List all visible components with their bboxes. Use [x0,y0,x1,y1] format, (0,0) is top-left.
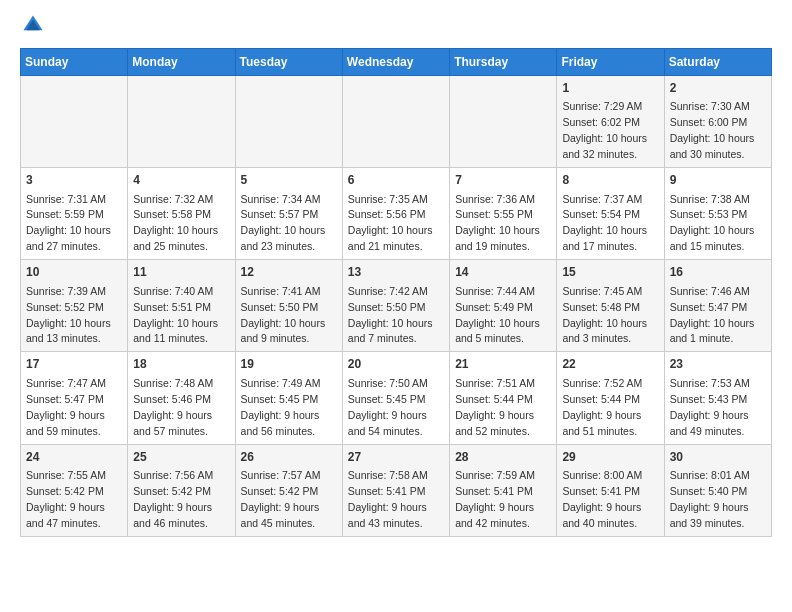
calendar-cell: 29Sunrise: 8:00 AMSunset: 5:41 PMDayligh… [557,444,664,536]
calendar-cell: 30Sunrise: 8:01 AMSunset: 5:40 PMDayligh… [664,444,771,536]
calendar-cell: 2Sunrise: 7:30 AMSunset: 6:00 PMDaylight… [664,76,771,168]
calendar-cell: 25Sunrise: 7:56 AMSunset: 5:42 PMDayligh… [128,444,235,536]
day-info: Sunrise: 7:44 AMSunset: 5:49 PMDaylight:… [455,285,540,345]
day-number: 17 [26,356,122,373]
day-number: 5 [241,172,337,189]
calendar-cell: 24Sunrise: 7:55 AMSunset: 5:42 PMDayligh… [21,444,128,536]
day-number: 21 [455,356,551,373]
weekday-header-monday: Monday [128,49,235,76]
calendar-week-3: 10Sunrise: 7:39 AMSunset: 5:52 PMDayligh… [21,260,772,352]
calendar-cell: 1Sunrise: 7:29 AMSunset: 6:02 PMDaylight… [557,76,664,168]
day-number: 20 [348,356,444,373]
day-info: Sunrise: 7:49 AMSunset: 5:45 PMDaylight:… [241,377,321,437]
calendar-cell: 20Sunrise: 7:50 AMSunset: 5:45 PMDayligh… [342,352,449,444]
day-number: 26 [241,449,337,466]
day-info: Sunrise: 7:31 AMSunset: 5:59 PMDaylight:… [26,193,111,253]
calendar-header-row: SundayMondayTuesdayWednesdayThursdayFrid… [21,49,772,76]
day-number: 4 [133,172,229,189]
day-number: 2 [670,80,766,97]
calendar-cell: 9Sunrise: 7:38 AMSunset: 5:53 PMDaylight… [664,168,771,260]
day-number: 28 [455,449,551,466]
calendar-cell: 18Sunrise: 7:48 AMSunset: 5:46 PMDayligh… [128,352,235,444]
logo [20,16,44,40]
calendar-cell: 5Sunrise: 7:34 AMSunset: 5:57 PMDaylight… [235,168,342,260]
day-info: Sunrise: 7:42 AMSunset: 5:50 PMDaylight:… [348,285,433,345]
day-info: Sunrise: 7:51 AMSunset: 5:44 PMDaylight:… [455,377,535,437]
day-info: Sunrise: 7:30 AMSunset: 6:00 PMDaylight:… [670,100,755,160]
calendar-week-4: 17Sunrise: 7:47 AMSunset: 5:47 PMDayligh… [21,352,772,444]
day-info: Sunrise: 7:41 AMSunset: 5:50 PMDaylight:… [241,285,326,345]
day-info: Sunrise: 7:40 AMSunset: 5:51 PMDaylight:… [133,285,218,345]
day-number: 16 [670,264,766,281]
day-info: Sunrise: 7:39 AMSunset: 5:52 PMDaylight:… [26,285,111,345]
day-info: Sunrise: 7:48 AMSunset: 5:46 PMDaylight:… [133,377,213,437]
calendar-cell [342,76,449,168]
day-info: Sunrise: 7:53 AMSunset: 5:43 PMDaylight:… [670,377,750,437]
day-number: 29 [562,449,658,466]
day-number: 18 [133,356,229,373]
calendar-cell [235,76,342,168]
calendar-cell: 26Sunrise: 7:57 AMSunset: 5:42 PMDayligh… [235,444,342,536]
day-number: 11 [133,264,229,281]
calendar-cell [128,76,235,168]
day-info: Sunrise: 7:37 AMSunset: 5:54 PMDaylight:… [562,193,647,253]
day-info: Sunrise: 7:47 AMSunset: 5:47 PMDaylight:… [26,377,106,437]
header [20,16,772,40]
day-info: Sunrise: 7:38 AMSunset: 5:53 PMDaylight:… [670,193,755,253]
day-info: Sunrise: 7:50 AMSunset: 5:45 PMDaylight:… [348,377,428,437]
calendar-cell: 10Sunrise: 7:39 AMSunset: 5:52 PMDayligh… [21,260,128,352]
day-info: Sunrise: 7:34 AMSunset: 5:57 PMDaylight:… [241,193,326,253]
calendar-cell: 19Sunrise: 7:49 AMSunset: 5:45 PMDayligh… [235,352,342,444]
weekday-header-wednesday: Wednesday [342,49,449,76]
calendar-cell: 17Sunrise: 7:47 AMSunset: 5:47 PMDayligh… [21,352,128,444]
weekday-header-saturday: Saturday [664,49,771,76]
calendar-cell: 12Sunrise: 7:41 AMSunset: 5:50 PMDayligh… [235,260,342,352]
day-number: 8 [562,172,658,189]
day-info: Sunrise: 7:32 AMSunset: 5:58 PMDaylight:… [133,193,218,253]
calendar-week-1: 1Sunrise: 7:29 AMSunset: 6:02 PMDaylight… [21,76,772,168]
calendar-cell: 16Sunrise: 7:46 AMSunset: 5:47 PMDayligh… [664,260,771,352]
calendar-cell: 7Sunrise: 7:36 AMSunset: 5:55 PMDaylight… [450,168,557,260]
day-info: Sunrise: 7:57 AMSunset: 5:42 PMDaylight:… [241,469,321,529]
day-info: Sunrise: 7:55 AMSunset: 5:42 PMDaylight:… [26,469,106,529]
day-number: 7 [455,172,551,189]
day-info: Sunrise: 7:58 AMSunset: 5:41 PMDaylight:… [348,469,428,529]
day-number: 19 [241,356,337,373]
logo-icon [22,14,44,36]
day-number: 15 [562,264,658,281]
calendar-cell [450,76,557,168]
day-number: 1 [562,80,658,97]
weekday-header-thursday: Thursday [450,49,557,76]
day-number: 25 [133,449,229,466]
calendar-cell: 22Sunrise: 7:52 AMSunset: 5:44 PMDayligh… [557,352,664,444]
day-number: 30 [670,449,766,466]
day-info: Sunrise: 7:46 AMSunset: 5:47 PMDaylight:… [670,285,755,345]
calendar-cell: 3Sunrise: 7:31 AMSunset: 5:59 PMDaylight… [21,168,128,260]
day-number: 9 [670,172,766,189]
day-info: Sunrise: 7:56 AMSunset: 5:42 PMDaylight:… [133,469,213,529]
calendar-cell: 11Sunrise: 7:40 AMSunset: 5:51 PMDayligh… [128,260,235,352]
day-number: 27 [348,449,444,466]
day-info: Sunrise: 7:35 AMSunset: 5:56 PMDaylight:… [348,193,433,253]
day-number: 6 [348,172,444,189]
calendar-cell: 14Sunrise: 7:44 AMSunset: 5:49 PMDayligh… [450,260,557,352]
day-number: 22 [562,356,658,373]
day-info: Sunrise: 7:29 AMSunset: 6:02 PMDaylight:… [562,100,647,160]
day-info: Sunrise: 8:00 AMSunset: 5:41 PMDaylight:… [562,469,642,529]
calendar-cell: 28Sunrise: 7:59 AMSunset: 5:41 PMDayligh… [450,444,557,536]
calendar-cell: 13Sunrise: 7:42 AMSunset: 5:50 PMDayligh… [342,260,449,352]
calendar-cell: 27Sunrise: 7:58 AMSunset: 5:41 PMDayligh… [342,444,449,536]
day-number: 23 [670,356,766,373]
calendar-cell: 23Sunrise: 7:53 AMSunset: 5:43 PMDayligh… [664,352,771,444]
day-info: Sunrise: 8:01 AMSunset: 5:40 PMDaylight:… [670,469,750,529]
day-number: 14 [455,264,551,281]
weekday-header-tuesday: Tuesday [235,49,342,76]
calendar-cell: 4Sunrise: 7:32 AMSunset: 5:58 PMDaylight… [128,168,235,260]
day-number: 13 [348,264,444,281]
day-number: 24 [26,449,122,466]
calendar-cell [21,76,128,168]
calendar-table: SundayMondayTuesdayWednesdayThursdayFrid… [20,48,772,537]
day-info: Sunrise: 7:45 AMSunset: 5:48 PMDaylight:… [562,285,647,345]
weekday-header-sunday: Sunday [21,49,128,76]
calendar-week-5: 24Sunrise: 7:55 AMSunset: 5:42 PMDayligh… [21,444,772,536]
